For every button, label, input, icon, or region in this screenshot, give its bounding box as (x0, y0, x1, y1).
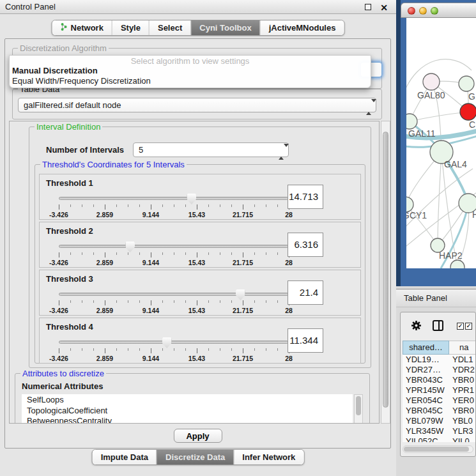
tab-discretize-data[interactable]: Discretize Data (157, 450, 233, 464)
slider-ticks (59, 204, 289, 210)
table-row[interactable]: YPR145WYPR1 (403, 385, 476, 395)
cell-name[interactable]: YLR3 (450, 426, 473, 436)
cell-name[interactable]: YIL0 (450, 436, 470, 442)
cell-shared-name[interactable]: YDL19… (403, 355, 450, 365)
hscroll-thumb[interactable] (404, 447, 469, 452)
slider-track[interactable] (59, 341, 289, 344)
close-traffic-light-icon[interactable] (408, 7, 415, 15)
cell-name[interactable]: YER0 (450, 395, 474, 406)
apply-button[interactable]: Apply (173, 429, 222, 443)
spinner-arrows-icon[interactable] (279, 145, 285, 158)
scrollbar-thumb[interactable] (383, 132, 388, 408)
cell-shared-name[interactable]: YIL052C (403, 436, 450, 442)
cell-shared-name[interactable]: YBL079W (403, 416, 450, 426)
number-of-intervals-spinner[interactable]: 5 (133, 142, 289, 157)
tab-cyni-toolbox[interactable]: Cyni Toolbox (190, 20, 259, 35)
cell-shared-name[interactable]: YBR045C (403, 406, 450, 416)
table-row[interactable]: YDL19…YDL1 (403, 355, 476, 365)
cell-name[interactable]: YDR2 (450, 365, 475, 375)
cell-name[interactable]: YBL0 (450, 416, 473, 426)
threshold-value-field[interactable]: 11.344 (288, 328, 323, 353)
dropdown-option-manual[interactable]: Manual Discretization (10, 66, 371, 76)
tick-label: 2.859 (96, 259, 113, 266)
checkbox-icon-2[interactable]: ✓ (465, 323, 472, 330)
slider-thumb[interactable] (162, 337, 172, 348)
threshold-slider[interactable]: -3.4262.8599.14415.4321.71528 (59, 194, 289, 219)
node-top-right[interactable] (459, 76, 474, 91)
cell-name[interactable]: YPR1 (450, 385, 474, 395)
network-canvas[interactable]: GAL80 G. C GAL11 GAL4 GCY1 H HAP2 (406, 18, 476, 268)
node-label-partial-h: H (472, 210, 476, 220)
cell-shared-name[interactable]: YER054C (403, 395, 450, 406)
threshold-slider[interactable]: -3.4262.8599.14415.4321.71528 (59, 242, 289, 267)
attribute-item[interactable]: TopologicalCoefficient (22, 405, 353, 416)
table-row[interactable]: YBL079WYBL0 (403, 416, 476, 426)
thresholds-group: Threshold's Coordinates for 5 Intervals … (35, 164, 365, 364)
cell-name[interactable]: YDL1 (450, 355, 473, 365)
table-data-combobox[interactable]: galFiltered.sif default node (18, 98, 376, 112)
cell-shared-name[interactable]: YDR27… (403, 365, 450, 375)
attributes-list-scrollbar[interactable] (354, 394, 363, 424)
tab-network[interactable]: Network (52, 20, 112, 35)
threshold-value-field[interactable]: 14.713 (288, 185, 323, 209)
slider-thumb[interactable] (187, 194, 196, 204)
slider-track[interactable] (59, 245, 289, 248)
table-row[interactable]: YLR345WYLR3 (403, 426, 476, 436)
zoom-traffic-light-icon[interactable] (431, 7, 438, 15)
minimize-traffic-light-icon[interactable] (419, 7, 427, 15)
table-row[interactable]: YBR043CYBR0 (403, 375, 476, 385)
numerical-attributes-list[interactable]: SelfLoopsTopologicalCoefficientBetweenne… (22, 394, 353, 424)
interval-definition-group: Interval Definition Number of Intervals … (29, 127, 371, 368)
tab-impute-data[interactable]: Impute Data (93, 450, 157, 464)
tick-label: 28 (285, 307, 293, 314)
network-icon (61, 22, 68, 33)
table-row[interactable]: YIL052CYIL0 (403, 436, 476, 442)
table-horizontal-scrollbar[interactable] (403, 445, 473, 453)
slider-track[interactable] (59, 293, 289, 296)
attribute-item[interactable]: SelfLoops (22, 394, 353, 405)
column-header-shared-name[interactable]: shared… (403, 341, 449, 355)
tab-select[interactable]: Select (149, 20, 190, 35)
cell-shared-name[interactable]: YBR043C (403, 375, 450, 385)
table-row[interactable]: YER054CYER0 (403, 395, 476, 406)
node-gal11[interactable] (406, 114, 417, 129)
gear-icon[interactable] (411, 320, 422, 334)
network-graph: GAL80 G. C GAL11 GAL4 GCY1 H HAP2 (406, 18, 476, 268)
cell-name[interactable]: YBR0 (450, 406, 474, 416)
table-row[interactable]: YDR27…YDR2 (403, 365, 476, 375)
tab-infer-network[interactable]: Infer Network (233, 450, 303, 464)
columns-icon[interactable] (433, 320, 443, 331)
node-highlighted-red[interactable] (460, 104, 476, 120)
attribute-item[interactable]: BetweennessCentrality (22, 415, 353, 424)
slider-thumb[interactable] (125, 242, 135, 252)
network-view-window: GAL80 G. C GAL11 GAL4 GCY1 H HAP2 (396, 0, 476, 286)
panel-title: Control Panel (5, 0, 56, 14)
tab-style[interactable]: Style (112, 20, 149, 35)
node-bottom[interactable] (450, 260, 464, 268)
control-panel: Control Panel ✕ NetworkStyleSelectCyni T… (0, 0, 396, 476)
cell-shared-name[interactable]: YLR345W (403, 426, 450, 436)
threshold-value-field[interactable]: 6.316 (288, 233, 323, 257)
slider-track[interactable] (59, 197, 289, 200)
threshold-value-field[interactable]: 21.4 (288, 280, 323, 305)
slider-thumb[interactable] (236, 289, 245, 300)
table-toolbar: ✓ ✓ (401, 312, 475, 339)
column-header-name[interactable]: na (449, 341, 476, 355)
cell-shared-name[interactable]: YPR145W (403, 385, 450, 395)
tick-label: 2.859 (96, 211, 113, 219)
checkbox-icon-1[interactable]: ✓ (457, 323, 464, 330)
close-icon[interactable]: ✕ (380, 1, 388, 15)
dropdown-option-equal-width[interactable]: Equal Width/Frequency Discretization (10, 76, 371, 86)
settings-vertical-scrollbar[interactable] (381, 121, 390, 424)
threshold-slider[interactable]: -3.4262.8599.14415.4321.71528 (59, 337, 289, 363)
table-row[interactable]: YBR045CYBR0 (403, 406, 476, 416)
intervals-value: 5 (139, 145, 143, 155)
slider-ticks (59, 348, 289, 354)
tab-jactivemnodules[interactable]: jActiveMNodules (260, 20, 344, 35)
threshold-slider[interactable]: -3.4262.8599.14415.4321.71528 (59, 289, 289, 315)
tick-label: 2.859 (96, 307, 113, 314)
cell-name[interactable]: YBR0 (450, 375, 474, 385)
node-gal80[interactable] (423, 73, 440, 90)
slider-ticks (59, 252, 289, 258)
float-window-icon[interactable] (365, 4, 371, 10)
